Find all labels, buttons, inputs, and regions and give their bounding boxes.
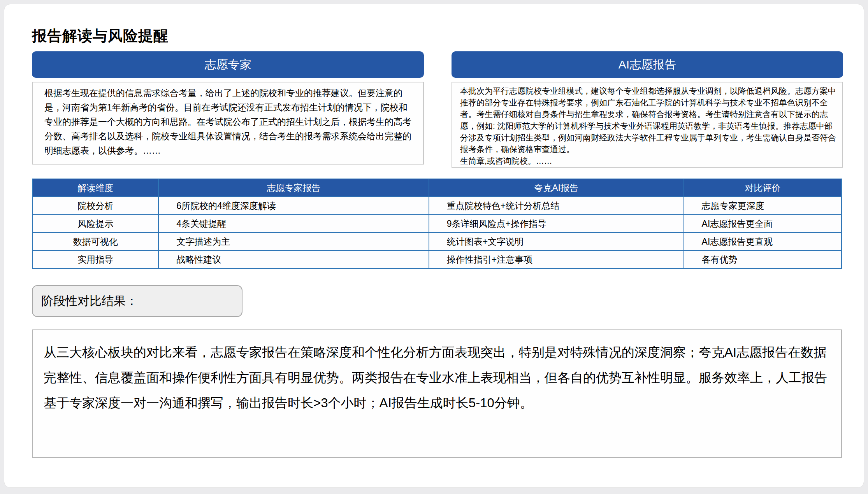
summary-box: 从三大核心板块的对比来看，志愿专家报告在策略深度和个性化分析方面表现突出，特别是…: [32, 329, 842, 458]
report-page: 报告解读与风险提醒 志愿专家 AI志愿报告 根据考生现在提供的信息需求综合考量，…: [0, 0, 868, 494]
summary-text: 从三大核心板块的对比来看，志愿专家报告在策略深度和个性化分析方面表现突出，特别是…: [44, 345, 827, 410]
table-header-dimension: 解读维度: [32, 179, 158, 197]
table-cell-evaluation: 各有优势: [684, 251, 842, 268]
page-title: 报告解读与风险提醒: [32, 26, 169, 46]
expert-panel-header: 志愿专家: [32, 51, 424, 78]
table-header-expert-report: 志愿专家报告: [158, 179, 429, 197]
table-cell-expert: 4条关键提醒: [158, 215, 429, 233]
table-header-evaluation: 对比评价: [684, 179, 842, 197]
table-cell-ai: 重点院校特色+统计分析总结: [429, 197, 684, 215]
table-cell-ai: 统计图表+文字说明: [429, 233, 684, 251]
table-row: 数据可视化 文字描述为主 统计图表+文字说明 AI志愿报告更直观: [32, 233, 842, 251]
table-cell-evaluation: AI志愿报告更直观: [684, 233, 842, 251]
table-cell-expert: 6所院校的4维度深度解读: [158, 197, 429, 215]
table-cell-evaluation: AI志愿报告更全面: [684, 215, 842, 233]
ai-panel-text-extra: 生简章,或咨询院校。……: [460, 155, 836, 167]
table-row: 风险提示 4条关键提醒 9条详细风险点+操作指导 AI志愿报告更全面: [32, 215, 842, 233]
ai-panel-text: 本批次为平行志愿院校专业组模式，建议每个专业组都选择服从专业调剂，以降低退档风险…: [460, 86, 836, 154]
comparison-table: 解读维度 志愿专家报告 夸克AI报告 对比评价 院校分析 6所院校的4维度深度解…: [32, 179, 842, 269]
table-cell-dimension: 数据可视化: [32, 233, 158, 251]
report-card: 报告解读与风险提醒 志愿专家 AI志愿报告 根据考生现在提供的信息需求综合考量，…: [4, 4, 864, 488]
table-cell-dimension: 风险提示: [32, 215, 158, 233]
table-row: 实用指导 战略性建议 操作性指引+注意事项 各有优势: [32, 251, 842, 268]
table-cell-expert: 战略性建议: [158, 251, 429, 268]
table-cell-evaluation: 志愿专家更深度: [684, 197, 842, 215]
stage-result-box: 阶段性对比结果：: [32, 285, 242, 317]
ai-panel-header: AI志愿报告: [452, 51, 843, 78]
table-cell-ai: 操作性指引+注意事项: [429, 251, 684, 268]
table-cell-ai: 9条详细风险点+操作指导: [429, 215, 684, 233]
expert-panel-body: 根据考生现在提供的信息需求综合考量，给出了上述的院校和专业的推荐建议。但要注意的…: [32, 82, 424, 165]
table-header-quark-ai-report: 夸克AI报告: [429, 179, 684, 197]
ai-panel-body: 本批次为平行志愿院校专业组模式，建议每个专业组都选择服从专业调剂，以降低退档风险…: [452, 82, 843, 168]
stage-result-label: 阶段性对比结果：: [41, 293, 138, 309]
table-cell-dimension: 实用指导: [32, 251, 158, 268]
table-header-row: 解读维度 志愿专家报告 夸克AI报告 对比评价: [32, 179, 842, 197]
table-cell-dimension: 院校分析: [32, 197, 158, 215]
table-row: 院校分析 6所院校的4维度深度解读 重点院校特色+统计分析总结 志愿专家更深度: [32, 197, 842, 215]
expert-panel-text: 根据考生现在提供的信息需求综合考量，给出了上述的院校和专业的推荐建议。但要注意的…: [44, 88, 411, 156]
table-cell-expert: 文字描述为主: [158, 233, 429, 251]
